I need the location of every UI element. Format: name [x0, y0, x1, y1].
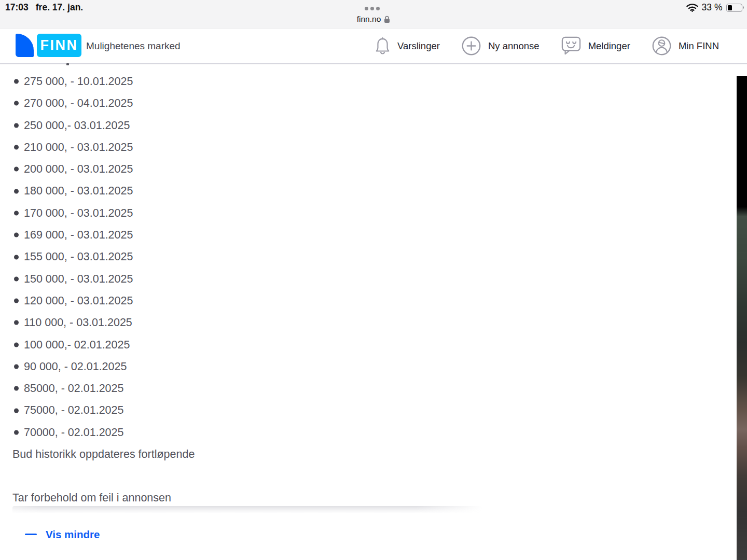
- bid-item: 250 000,- 03.01.2025: [12, 115, 737, 136]
- bid-item: 120 000, - 03.01.2025: [12, 290, 737, 312]
- header-nav: Varslinger Ny annonse Meldinge: [375, 29, 719, 63]
- battery-icon: [726, 4, 744, 12]
- url-text[interactable]: finn.no: [357, 15, 381, 24]
- site-tagline: Mulighetenes marked: [86, 29, 181, 63]
- bid-item: 90 000, - 02.01.2025: [12, 356, 737, 377]
- nav-item-varslinger[interactable]: Varslinger: [375, 37, 440, 55]
- bid-item: 110 000, - 03.01.2025: [12, 312, 737, 333]
- nav-label: Meldinger: [588, 40, 630, 52]
- bid-item: 85000, - 02.01.2025: [12, 377, 737, 399]
- bid-item: 200 000, - 03.01.2025: [12, 158, 737, 180]
- minus-icon: [25, 534, 37, 535]
- battery-percent: 33 %: [702, 2, 723, 13]
- show-less-label[interactable]: Vis mindre: [46, 528, 100, 541]
- finn-logo-mark: [16, 34, 34, 57]
- page: 17:03 fre. 17. jan. finn.no 33 %: [0, 0, 747, 560]
- nav-label: Ny annonse: [488, 40, 540, 52]
- bid-item: 150 000, - 03.01.2025: [12, 268, 737, 290]
- show-less-link[interactable]: Vis mindre: [25, 528, 100, 541]
- status-left: 17:03 fre. 17. jan.: [5, 2, 83, 13]
- chat-smiley-icon: [561, 36, 581, 55]
- bid-item: 75000, - 02.01.2025: [12, 399, 737, 421]
- bid-item: 275 000, - 10.01.2025: [12, 71, 737, 92]
- background-photo-edge: [737, 76, 747, 560]
- date: fre. 17. jan.: [36, 2, 83, 13]
- site-header: FINN Mulighetenes marked Varslinger Ny: [0, 29, 747, 64]
- bell-icon: [375, 37, 390, 55]
- section-fade-shadow: [12, 506, 482, 515]
- bid-item: 70000, - 02.01.2025: [12, 422, 737, 443]
- nav-label: Varslinger: [397, 40, 440, 52]
- bid-item: 100 000,- 02.01.2025: [12, 334, 737, 356]
- wifi-icon: [686, 3, 698, 12]
- status-bar: 17:03 fre. 17. jan. finn.no 33 %: [0, 0, 747, 29]
- finn-logo[interactable]: FINN: [16, 34, 81, 57]
- finn-logo-box: FINN: [37, 34, 81, 57]
- status-right: 33 %: [686, 2, 744, 13]
- bid-item: 170 000, - 03.01.2025: [12, 202, 737, 224]
- finn-logo-text: FINN: [40, 37, 78, 53]
- nav-item-ny-annonse[interactable]: Ny annonse: [462, 36, 540, 55]
- plus-circle-icon: [462, 36, 481, 55]
- clock: 17:03: [5, 2, 29, 13]
- bid-item: 210 000, - 03.01.2025: [12, 136, 737, 158]
- lock-icon: [384, 16, 390, 23]
- person-circle-icon: [652, 36, 671, 55]
- nav-item-min-finn[interactable]: Min FINN: [652, 36, 719, 55]
- bid-item: 169 000, - 03.01.2025: [12, 224, 737, 246]
- bid-item: 270 000, - 04.01.2025: [12, 92, 737, 114]
- bid-item: 180 000, - 03.01.2025: [12, 180, 737, 202]
- nav-item-meldinger[interactable]: Meldinger: [561, 36, 630, 55]
- bid-history-section: 275 000, - 10.01.2025 270 000, - 04.01.2…: [0, 63, 737, 541]
- bid-list: 275 000, - 10.01.2025 270 000, - 04.01.2…: [12, 71, 737, 443]
- bid-item: 155 000, - 03.01.2025: [12, 246, 737, 268]
- nav-label: Min FINN: [679, 40, 719, 52]
- bid-history-note: Bud historikk oppdateres fortløpende: [12, 443, 737, 465]
- tab-overview-dots-icon[interactable]: [365, 7, 380, 10]
- address-bar[interactable]: finn.no: [0, 15, 747, 24]
